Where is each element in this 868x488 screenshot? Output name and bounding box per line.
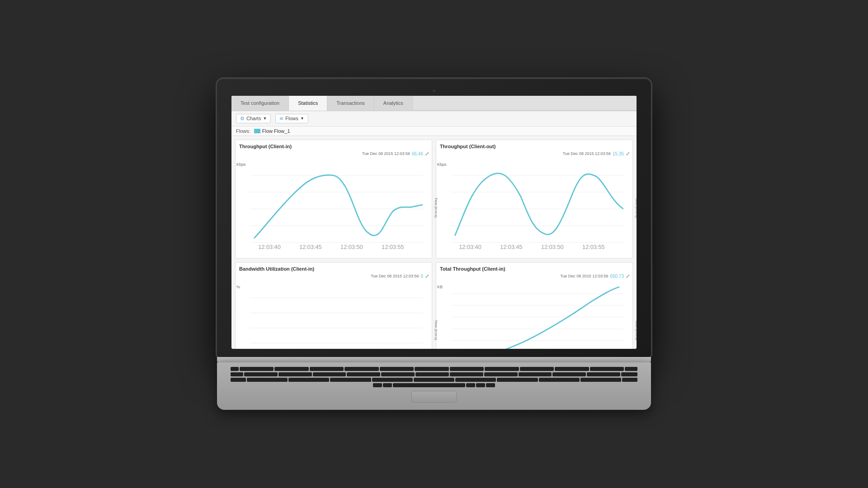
chart-1-value: 66.46	[412, 151, 423, 156]
gear-icon: ⚙	[240, 116, 245, 122]
chart-bandwidth-client-in: Bandwidth Utilization (Client-in) Tue De…	[235, 262, 432, 349]
laptop-screen: Test configuration Statistics Transactio…	[231, 96, 637, 349]
chart-4-x-label: Time (h:m:s)	[635, 320, 637, 340]
app-container: Test configuration Statistics Transactio…	[231, 96, 637, 349]
chart-1-timestamp: Tue Dec 08 2015 12:03:56	[362, 151, 410, 156]
chart-throughput-client-in: Throughput (Client-in) Tue Dec 08 2015 1…	[235, 140, 432, 258]
flows-bar: Flows: Flow Flow_1	[231, 127, 637, 136]
chart-3-y-label: %	[236, 285, 240, 289]
svg-text:12:03:50: 12:03:50	[340, 244, 363, 250]
chart-3-title: Bandwidth Utilization (Client-in)	[239, 266, 314, 272]
chart-1-y-label: Kbps	[236, 162, 246, 167]
chart-total-throughput-client-in: Total Throughput (Client-in) Tue Dec 08 …	[436, 262, 633, 349]
toolbar: ⚙ Charts ▼ ≋ Flows ▼	[231, 111, 637, 127]
chart-4-timestamp: Tue Dec 08 2015 12:03:56	[560, 274, 608, 278]
chevron-down-icon-flows: ▼	[300, 116, 304, 121]
flow-color-indicator	[254, 129, 260, 133]
svg-text:12:03:45: 12:03:45	[299, 244, 322, 250]
chart-2-value: 15.35	[613, 151, 624, 156]
tab-bar: Test configuration Statistics Transactio…	[231, 96, 637, 111]
svg-text:12:03:55: 12:03:55	[582, 244, 605, 250]
chart-4-title: Total Throughput (Client-in)	[440, 266, 505, 272]
chart-2-svg: 50 100 150 200 250 12:03:40 12:03:45	[451, 159, 623, 251]
chart-2-x-label: Time (h:m:s)	[635, 197, 637, 218]
chart-3-value: 0	[420, 274, 423, 279]
tab-transactions[interactable]: Transactions	[327, 96, 374, 111]
chart-4-value: 650.73	[610, 274, 624, 279]
chart-2-y-label: Kbps	[437, 162, 447, 167]
svg-text:12:03:50: 12:03:50	[541, 244, 564, 250]
charts-grid: Throughput (Client-in) Tue Dec 08 2015 1…	[231, 136, 637, 349]
chart-throughput-client-out: Throughput (Client-out) Tue Dec 08 2015 …	[436, 140, 633, 258]
flows-button[interactable]: ≋ Flows ▼	[275, 114, 308, 123]
svg-text:12:03:40: 12:03:40	[459, 244, 481, 250]
chart-2-timestamp: Tue Dec 08 2015 12:03:56	[563, 151, 611, 156]
charts-button[interactable]: ⚙ Charts ▼	[236, 114, 271, 123]
expand-icon-4[interactable]: ⤢	[626, 273, 630, 279]
chart-2-title: Throughput (Client-out)	[440, 144, 495, 149]
expand-icon-3[interactable]: ⤢	[425, 273, 429, 279]
chart-4-y-label: KB	[437, 285, 443, 289]
chart-3-svg: 0.2 0.4 0.6 0.8 1.0 0.0 12:03:40 12:	[250, 281, 423, 349]
chart-4-svg: 100 200 300 400 500 600 700 12:03:40	[451, 281, 623, 349]
svg-text:12:03:45: 12:03:45	[500, 244, 523, 250]
chart-1-title: Throughput (Client-in)	[239, 144, 292, 149]
svg-text:12:03:40: 12:03:40	[258, 244, 281, 250]
tab-statistics[interactable]: Statistics	[289, 96, 327, 111]
chart-1-svg: 100 200 300 400 12:03:40 12:03:45 1	[250, 159, 423, 251]
chevron-down-icon: ▼	[263, 116, 267, 121]
flow-tag-1: Flow Flow_1	[254, 128, 290, 134]
tab-test-configuration[interactable]: Test configuration	[231, 96, 289, 111]
expand-icon-1[interactable]: ⤢	[425, 151, 429, 157]
svg-text:12:03:55: 12:03:55	[382, 244, 404, 250]
expand-icon-2[interactable]: ⤢	[626, 151, 630, 157]
chart-3-timestamp: Tue Dec 08 2015 12:03:56	[371, 274, 419, 278]
tab-analytics[interactable]: Analytics	[374, 96, 413, 111]
flow-icon: ≋	[279, 116, 283, 122]
